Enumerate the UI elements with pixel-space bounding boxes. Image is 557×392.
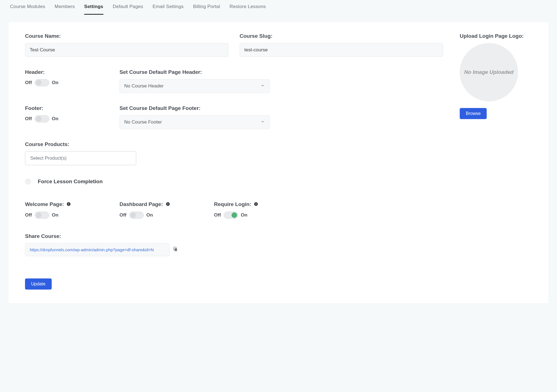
footer-label: Footer: — [25, 105, 108, 111]
tab-default-pages[interactable]: Default Pages — [113, 4, 143, 15]
upload-logo-label: Upload Login Page Logo: — [460, 33, 532, 39]
browse-button[interactable]: Browse — [460, 108, 487, 119]
header-select[interactable]: No Course Header — [120, 79, 270, 93]
header-toggle[interactable] — [35, 79, 49, 86]
footer-toggle-on-label: On — [52, 116, 59, 122]
tab-restore-lessons[interactable]: Restore Lessons — [230, 4, 266, 15]
welcome-toggle-off-label: Off — [25, 212, 32, 218]
svg-point-2 — [69, 203, 69, 203]
dashboard-page-label: Dashboard Page: — [120, 201, 203, 208]
tab-billing-portal[interactable]: Billing Portal — [193, 4, 220, 15]
dashboard-page-toggle[interactable] — [129, 212, 144, 219]
header-toggle-off-label: Off — [25, 80, 32, 86]
force-lesson-label: Force Lesson Completion — [38, 179, 103, 185]
svg-point-5 — [168, 203, 168, 203]
info-icon[interactable] — [166, 202, 170, 208]
course-name-label: Course Name: — [25, 33, 228, 39]
welcome-toggle-on-label: On — [52, 212, 59, 218]
welcome-page-label-text: Welcome Page: — [25, 201, 64, 207]
require-login-toggle-on-label: On — [241, 212, 248, 218]
welcome-page-toggle[interactable] — [35, 212, 49, 219]
tab-settings[interactable]: Settings — [84, 4, 103, 15]
require-login-toggle-off-label: Off — [214, 212, 221, 218]
svg-rect-1 — [69, 204, 69, 205]
tab-members[interactable]: Members — [55, 4, 75, 15]
dashboard-toggle-on-label: On — [146, 212, 153, 218]
header-toggle-on-label: On — [52, 80, 59, 86]
svg-rect-7 — [256, 204, 256, 205]
require-login-label: Require Login: — [214, 201, 297, 208]
course-slug-input[interactable] — [240, 43, 443, 57]
set-footer-label: Set Course Default Page Footer: — [120, 105, 270, 111]
share-course-label: Share Course: — [25, 233, 443, 239]
course-products-label: Course Products: — [25, 141, 443, 147]
svg-rect-4 — [168, 204, 168, 205]
footer-select[interactable]: No Course Footer — [120, 115, 270, 129]
header-label: Header: — [25, 69, 108, 75]
course-name-input[interactable] — [25, 43, 228, 57]
course-slug-label: Course Slug: — [240, 33, 443, 39]
share-course-input[interactable] — [25, 243, 170, 256]
dashboard-page-label-text: Dashboard Page: — [120, 201, 163, 207]
require-login-toggle[interactable] — [224, 212, 238, 219]
force-lesson-radio[interactable] — [25, 179, 31, 185]
welcome-page-label: Welcome Page: — [25, 201, 108, 208]
svg-point-8 — [256, 203, 256, 203]
course-products-select[interactable]: Select Product(s) — [25, 151, 136, 165]
copy-icon[interactable] — [173, 247, 178, 253]
no-image-text: No Image Uploaded — [464, 69, 513, 76]
tab-email-settings[interactable]: Email Settings — [153, 4, 183, 15]
settings-panel: Course Name: Course Slug: Header: Off On — [8, 22, 549, 303]
logo-placeholder: No Image Uploaded — [460, 43, 518, 101]
info-icon[interactable] — [254, 202, 258, 208]
svg-rect-9 — [175, 248, 177, 251]
tab-course-modules[interactable]: Course Modules — [10, 4, 45, 15]
info-icon[interactable] — [66, 202, 71, 208]
require-login-label-text: Require Login: — [214, 201, 251, 207]
set-header-label: Set Course Default Page Header: — [120, 69, 270, 75]
footer-toggle-off-label: Off — [25, 116, 32, 122]
footer-toggle[interactable] — [35, 115, 49, 122]
tabs-bar: Course Modules Members Settings Default … — [0, 0, 557, 15]
dashboard-toggle-off-label: Off — [120, 212, 126, 218]
update-button[interactable]: Update — [25, 278, 52, 290]
